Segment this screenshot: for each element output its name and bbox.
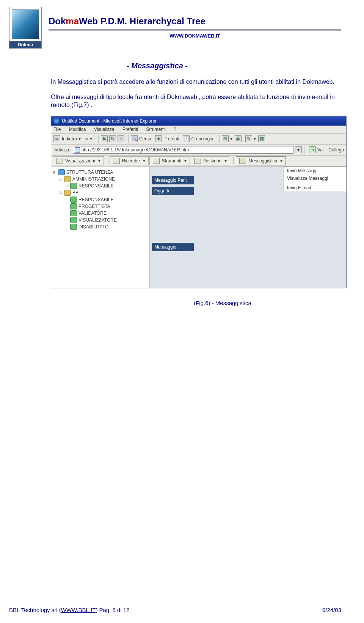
address-field[interactable]: http://192.168.1.15/dokmanager/DOKMANAGE…	[73, 146, 293, 154]
back-button[interactable]: ⇐Indietro▾	[53, 135, 81, 142]
tree-node[interactable]: ⊟BBL	[53, 189, 148, 196]
role-icon	[70, 217, 77, 223]
footer-date: 9/24/03	[322, 607, 341, 613]
menu-help[interactable]: ?	[174, 127, 176, 132]
address-bar: Indirizzo http://192.168.1.15/dokmanager…	[51, 145, 346, 156]
tree-node[interactable]: PROGETTISTA	[53, 203, 148, 210]
links-label[interactable]: Collega	[328, 147, 344, 153]
paragraph: In Messaggistica si potrà accedere alle …	[51, 78, 341, 86]
tools-icon	[153, 158, 160, 164]
messaging-dropdown: Invio Messaggi Visualizza Messaggi Invio…	[284, 167, 346, 192]
document-body: - Messaggistica - In Messaggistica si po…	[51, 61, 341, 306]
forward-icon: ⇒	[85, 136, 88, 142]
collapse-icon[interactable]: ⊟	[53, 170, 57, 175]
form-row-body: Messaggio :	[150, 242, 346, 252]
footer-left: BBL Technology srl (WWW.BBL.IT) Pag. 8 d…	[9, 607, 130, 613]
search-button[interactable]: 🔍Cerca	[131, 135, 151, 142]
role-icon	[70, 210, 77, 216]
menu-file[interactable]: File	[53, 127, 61, 132]
edit-icon[interactable]: ✎	[245, 135, 252, 142]
tree-node-root[interactable]: ⊟STRUTTURA UTENZA	[53, 169, 148, 176]
favorites-icon: ★	[155, 135, 162, 142]
chevron-down-icon: ▾	[224, 158, 227, 164]
search-icon: 🔍	[131, 135, 138, 142]
menu-edit[interactable]: Modifica	[69, 127, 86, 132]
separator	[98, 135, 99, 143]
address-dropdown[interactable]: ▾	[295, 146, 302, 153]
screenshot-figure: e Untitled Document - Microsoft Internet…	[51, 116, 347, 288]
address-label: Indirizzo	[53, 147, 71, 153]
separator	[304, 146, 304, 154]
separator	[128, 135, 129, 143]
form-pane: Messaggio Per : Oggetto : Messaggio : In…	[150, 167, 346, 288]
label-message-to: Messaggio Per :	[152, 176, 194, 184]
separator	[326, 146, 326, 154]
discuss-icon[interactable]: ▤	[258, 135, 265, 142]
go-button[interactable]: ➜Vai	[309, 146, 323, 153]
menu-view[interactable]: Visualizza	[94, 127, 115, 132]
role-icon	[70, 183, 77, 189]
history-icon: 🕘	[183, 135, 190, 142]
collapse-icon[interactable]: ⊟	[59, 190, 63, 195]
divider	[49, 30, 341, 31]
site-link[interactable]: WWW.DOKMAWEB.IT	[49, 33, 341, 39]
forward-button[interactable]: ⇒▾	[85, 136, 92, 142]
header-text: DokmaWeb P.D.M. Hierarchycal Tree WWW.DO…	[49, 7, 341, 39]
collapse-icon[interactable]: ⊟	[59, 176, 63, 182]
page-header: Dokma DokmaWeb P.D.M. Hierarchycal Tree …	[9, 7, 341, 49]
menubar[interactable]: File Modifica Visualizza Preferiti Strum…	[51, 126, 346, 134]
footer-link[interactable]: WWW.BBL.IT	[61, 607, 96, 613]
menu-item-send-messages[interactable]: Invio Messaggi	[284, 167, 346, 175]
logo-image	[12, 9, 39, 39]
refresh-icon[interactable]: ↻	[109, 135, 116, 142]
appbtn-searches[interactable]: Ricerche▾	[110, 156, 149, 165]
page-icon	[75, 147, 80, 153]
label-subject: Oggetto :	[152, 187, 194, 195]
nav-toolbar: ⇐Indietro▾ ⇒▾ ✖ ↻ ⌂ 🔍Cerca ★Preferiti 🕘C…	[51, 134, 346, 145]
menu-item-view-messages[interactable]: Visualizza Messaggi	[284, 175, 346, 182]
paragraph: Oltre ai messaggi di tipo locale fra ute…	[51, 93, 341, 109]
message-icon	[239, 158, 246, 164]
expand-icon[interactable]: ⊞	[65, 183, 69, 189]
stop-icon[interactable]: ✖	[101, 135, 108, 142]
role-icon	[70, 197, 77, 203]
appbtn-messaging[interactable]: Messaggistica▾	[236, 156, 286, 165]
mail-icon[interactable]: ✉	[222, 135, 229, 142]
appbtn-manage[interactable]: Gestione▾	[191, 156, 230, 165]
role-icon	[70, 224, 77, 230]
menu-item-send-email[interactable]: Invio E-mail	[284, 184, 346, 192]
logo: Dokma	[9, 7, 42, 49]
tree-node[interactable]: ⊟AMMINISTRAZIONE	[53, 176, 148, 182]
group-icon	[64, 176, 71, 182]
chevron-down-icon: ▾	[98, 158, 100, 164]
go-icon: ➜	[309, 146, 316, 153]
appbtn-tools[interactable]: Strumenti▾	[149, 156, 190, 165]
menu-tools[interactable]: Strumenti	[146, 127, 166, 132]
tree-node[interactable]: ⊞RESPONSABILE	[53, 182, 148, 189]
tree-node[interactable]: DISABILITATO	[53, 223, 148, 230]
back-icon: ⇐	[53, 135, 60, 142]
tree-node[interactable]: VISUALIZZATORE	[53, 217, 148, 223]
section-title: - Messaggistica -	[127, 61, 341, 70]
label-message-body: Messaggio :	[152, 243, 194, 251]
tree-node[interactable]: VALIDATORE	[53, 210, 148, 217]
separator	[219, 135, 220, 143]
tree-pane: ⊟STRUTTURA UTENZA ⊟AMMINISTRAZIONE ⊞RESP…	[51, 167, 150, 288]
role-icon	[70, 203, 77, 209]
history-button[interactable]: 🕘Cronologia	[183, 135, 213, 142]
home-icon[interactable]: ⌂	[118, 135, 124, 142]
app-toolbar: Visualizzazioni▾ Ricerche▾ Strumenti▾ Ge…	[51, 156, 346, 167]
separator	[233, 156, 234, 164]
window-titlebar: e Untitled Document - Microsoft Internet…	[51, 116, 346, 126]
menu-favorites[interactable]: Preferiti	[122, 127, 138, 132]
print-icon[interactable]: 🖶	[235, 135, 242, 142]
page-footer: BBL Technology srl (WWW.BBL.IT) Pag. 8 d…	[9, 605, 341, 613]
tree-node[interactable]: RESPONSABILE	[53, 196, 148, 203]
menu-separator	[284, 183, 346, 183]
appbtn-visualizations[interactable]: Visualizzazioni▾	[53, 156, 104, 165]
page-title: DokmaWeb P.D.M. Hierarchycal Tree	[49, 16, 341, 27]
favorites-button[interactable]: ★Preferiti	[155, 135, 179, 142]
divider	[49, 29, 341, 30]
users-icon	[58, 169, 65, 175]
chevron-down-icon: ▾	[184, 158, 187, 164]
